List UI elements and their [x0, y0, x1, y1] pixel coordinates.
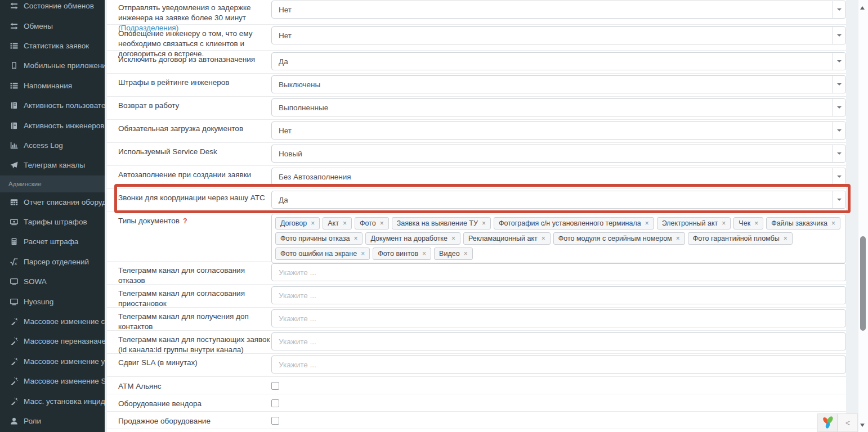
form-row: Телеграмм канал для согласования приоста… [107, 285, 846, 308]
sidebar-item-exchanges[interactable]: Обмены [0, 16, 105, 35]
field-control: Нет [271, 0, 846, 19]
sidebar-item-penalty-calc[interactable]: Расчет штрафа [0, 232, 105, 251]
sidebar-menu: Состояние обменовОбменыСтатистика заявок… [0, 0, 105, 431]
tag-remove-icon[interactable]: × [645, 220, 649, 227]
sidebar-item-equipment-writeoff-report[interactable]: Отчет списания оборудования [0, 192, 105, 212]
magic-icon [9, 318, 19, 325]
caret-glyph [837, 129, 842, 134]
sidebar-item-branch-parser[interactable]: xПарсер отделений [0, 252, 105, 272]
form-row: Штрафы в рейтинге инженеровВыключены [107, 74, 846, 97]
tg-refusals-input[interactable] [271, 263, 846, 281]
atc-calls-select[interactable]: Да [271, 191, 846, 209]
sla-shift-input[interactable] [271, 356, 846, 374]
sidebar-item-access-log[interactable]: Access Log [0, 136, 105, 155]
tag-remove-icon[interactable]: × [831, 220, 835, 227]
tag-label: Электронный акт [662, 219, 718, 227]
sidebar-item-label: Расчет штрафа [24, 237, 78, 246]
sidebar-item-penalty-tariffs[interactable]: Тарифы штрафов [0, 212, 105, 232]
scroll-up-arrow-icon[interactable] [860, 4, 865, 10]
chevron-left-icon: < [845, 418, 850, 428]
sidebar-item-mass-status-change[interactable]: Массовое изменение статуса [0, 312, 105, 331]
notify-contact-select[interactable]: Нет [271, 26, 846, 44]
return-to-work-select[interactable]: Выполненные [271, 98, 846, 116]
widget-logo-button[interactable] [817, 413, 838, 432]
sales-equipment-checkbox[interactable] [271, 417, 279, 425]
tag-remove-icon[interactable]: × [354, 235, 357, 242]
tag-remove-icon[interactable]: × [676, 235, 680, 242]
sidebar-item-mass-sla-change[interactable]: Массовое изменение SLA [0, 371, 105, 391]
document-types-tags[interactable]: Договор×Акт×Фото×Заявка на выявление ТУ×… [271, 214, 846, 263]
sidebar-item-sowa[interactable]: SOWA [0, 272, 105, 291]
field-control: Новый [271, 143, 846, 163]
tg-suspensions-input[interactable] [271, 286, 846, 304]
penalties-rating-select[interactable]: Выключены [271, 75, 846, 93]
select-value: Выключены [279, 80, 320, 89]
tg-contacts-input[interactable] [271, 309, 846, 327]
help-icon[interactable]: ? [183, 217, 187, 225]
chevron-down-icon[interactable] [832, 99, 845, 116]
document-type-tag: Фото модуля с серийным номером× [553, 232, 685, 245]
sidebar-item-label: Телеграм каналы [24, 161, 85, 169]
tag-remove-icon[interactable]: × [451, 235, 455, 242]
chevron-down-icon[interactable] [832, 1, 845, 18]
field-label-text: Возврат в работу [118, 101, 179, 110]
money-icon [9, 218, 19, 226]
field-label-text: Штрафы в рейтинге инженеров [118, 78, 229, 87]
magic-icon [9, 377, 19, 385]
sidebar-item-mass-incident[interactable]: Масс. установка инцидента [0, 391, 105, 411]
sidebar-item-exchange-status[interactable]: Состояние обменов [0, 0, 105, 16]
tag-remove-icon[interactable]: × [422, 250, 426, 257]
chevron-down-icon[interactable] [832, 76, 845, 93]
tag-label: Заявка на выявление ТУ [397, 219, 478, 227]
chevron-down-icon[interactable] [832, 191, 845, 208]
vertical-scrollbar[interactable] [858, 0, 868, 432]
atm-alliance-checkbox[interactable] [271, 382, 279, 390]
tag-remove-icon[interactable]: × [784, 235, 788, 242]
tag-label: Фото причины отказа [280, 235, 350, 242]
form-row: Оборудование вендора [107, 394, 846, 412]
caret-glyph [837, 106, 842, 111]
chevron-down-icon[interactable] [832, 122, 845, 139]
tag-remove-icon[interactable]: × [343, 220, 347, 227]
tag-remove-icon[interactable]: × [482, 220, 486, 227]
sidebar-item-label: Hyosung [24, 298, 53, 306]
tag-remove-icon[interactable]: × [542, 235, 545, 242]
list-icon [9, 82, 19, 89]
exclude-contract-select[interactable]: Да [271, 52, 846, 70]
sidebar-item-request-stats[interactable]: Статистика заявок [0, 36, 105, 56]
chevron-down-icon[interactable] [832, 168, 845, 185]
chevron-down-icon[interactable] [832, 27, 845, 44]
tag-remove-icon[interactable]: × [722, 220, 726, 227]
sidebar-item-reminders[interactable]: Напоминания [0, 76, 105, 96]
mandatory-docs-select[interactable]: Нет [271, 122, 846, 140]
tag-remove-icon[interactable]: × [361, 250, 365, 257]
chevron-down-icon[interactable] [832, 53, 845, 70]
form-row: Используемый Service DeskНовый [107, 143, 846, 166]
sidebar-item-engineer-activity[interactable]: Активность инженеров [0, 115, 105, 135]
chevron-down-icon[interactable] [832, 145, 845, 162]
select-value: Без Автозаполнения [279, 173, 351, 181]
tag-label: Файлы заказчика [771, 219, 827, 227]
widget-collapse-button[interactable]: < [838, 413, 858, 432]
sidebar-item-mobile-apps[interactable]: Мобильные приложения [0, 56, 105, 75]
service-desk-select[interactable]: Новый [271, 145, 846, 163]
brand-logo-icon [821, 415, 834, 431]
tag-remove-icon[interactable]: × [464, 250, 468, 257]
field-label-text: Используемый Service Desk [118, 147, 217, 156]
autofill-select[interactable]: Без Автозаполнения [271, 168, 846, 186]
sidebar-item-roles[interactable]: Роли [0, 411, 105, 431]
sidebar-item-hyosung[interactable]: Hyosung [0, 291, 105, 311]
tg-incoming-input[interactable] [271, 332, 846, 350]
sidebar-item-telegram-channels[interactable]: Телеграм каналы [0, 155, 105, 175]
scrollbar-thumb[interactable] [860, 236, 866, 331]
notify-delay-select[interactable]: Нет [271, 1, 846, 19]
exchange-icon [9, 22, 19, 30]
sidebar-item-user-activity[interactable]: Активность пользователей [0, 96, 105, 115]
vendor-equipment-checkbox[interactable] [271, 399, 279, 407]
tag-remove-icon[interactable]: × [380, 220, 384, 227]
tag-remove-icon[interactable]: × [311, 220, 315, 227]
sidebar-item-mass-service-change[interactable]: Массовое изменение услуг [0, 352, 105, 371]
tag-remove-icon[interactable]: × [754, 220, 758, 227]
scroll-down-arrow-icon[interactable] [860, 424, 865, 429]
sidebar-item-mass-reassign[interactable]: Массовое переназначение заявок [0, 331, 105, 351]
